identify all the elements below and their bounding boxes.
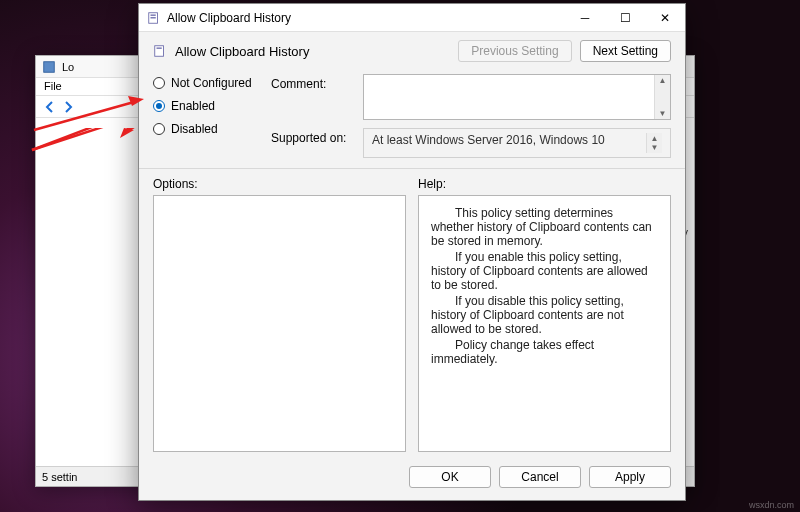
dialog-header-row: Allow Clipboard History Previous Setting…	[139, 32, 685, 70]
dialog-titlebar[interactable]: Allow Clipboard History ─ ☐ ✕	[139, 4, 685, 32]
help-label: Help:	[418, 177, 671, 191]
scroll-up-icon[interactable]: ▲	[651, 134, 659, 143]
status-text: 5 settin	[42, 471, 77, 483]
lower-section: Options: Help: This policy setting deter…	[139, 169, 685, 456]
help-p4: Policy change takes effect immediately.	[431, 338, 658, 366]
help-p2: If you enable this policy setting, histo…	[431, 250, 658, 292]
cancel-button[interactable]: Cancel	[499, 466, 581, 488]
comment-box: ▲▼	[363, 74, 671, 120]
scroll-down-icon[interactable]: ▼	[651, 143, 659, 152]
radio-enabled-label: Enabled	[171, 99, 215, 113]
svg-rect-10	[155, 46, 164, 57]
top-section: Not Configured Enabled Disabled Comment:…	[139, 70, 685, 169]
fields-column: Comment: ▲▼ Supported on: At least Windo…	[271, 74, 671, 158]
watermark: wsxdn.com	[749, 500, 794, 510]
radio-enabled[interactable]: Enabled	[153, 99, 255, 113]
radio-not-configured[interactable]: Not Configured	[153, 76, 255, 90]
policy-icon	[153, 44, 167, 58]
close-button[interactable]: ✕	[645, 4, 685, 31]
options-label: Options:	[153, 177, 406, 191]
supported-label: Supported on:	[271, 128, 351, 145]
ok-button[interactable]: OK	[409, 466, 491, 488]
svg-rect-11	[157, 48, 162, 49]
svg-rect-9	[151, 17, 156, 18]
radio-icon[interactable]	[153, 77, 165, 89]
state-column: Not Configured Enabled Disabled	[153, 74, 255, 158]
help-p3: If you disable this policy setting, hist…	[431, 294, 658, 336]
apply-button[interactable]: Apply	[589, 466, 671, 488]
options-panel	[153, 195, 406, 452]
maximize-button[interactable]: ☐	[605, 4, 645, 31]
radio-icon[interactable]	[153, 100, 165, 112]
gpedit-icon	[42, 60, 56, 74]
forward-icon[interactable]	[60, 99, 76, 115]
options-column: Options:	[153, 177, 406, 452]
supported-box: At least Windows Server 2016, Windows 10…	[363, 128, 671, 158]
svg-rect-6	[44, 61, 55, 72]
help-panel: This policy setting determines whether h…	[418, 195, 671, 452]
menu-file[interactable]: File	[44, 80, 62, 92]
minimize-button[interactable]: ─	[565, 4, 605, 31]
comment-row: Comment: ▲▼	[271, 74, 671, 120]
previous-setting-button: Previous Setting	[458, 40, 571, 62]
help-column: Help: This policy setting determines whe…	[418, 177, 671, 452]
scroll-down-icon[interactable]: ▼	[659, 109, 667, 118]
radio-disabled[interactable]: Disabled	[153, 122, 255, 136]
help-p1: This policy setting determines whether h…	[431, 206, 658, 248]
gpedit-title: Lo	[62, 61, 74, 73]
supported-value: At least Windows Server 2016, Windows 10	[372, 133, 646, 153]
dialog-header-title: Allow Clipboard History	[175, 44, 450, 59]
supported-row: Supported on: At least Windows Server 20…	[271, 128, 671, 158]
back-icon[interactable]	[42, 99, 58, 115]
dialog-button-row: OK Cancel Apply	[139, 456, 685, 500]
scrollbar[interactable]: ▲▼	[646, 133, 662, 153]
policy-dialog: Allow Clipboard History ─ ☐ ✕ Allow Clip…	[138, 3, 686, 501]
comment-input[interactable]	[364, 75, 654, 119]
next-setting-button[interactable]: Next Setting	[580, 40, 671, 62]
radio-disabled-label: Disabled	[171, 122, 218, 136]
radio-icon[interactable]	[153, 123, 165, 135]
scrollbar[interactable]: ▲▼	[654, 75, 670, 119]
svg-rect-8	[151, 14, 156, 15]
policy-icon	[147, 11, 161, 25]
scroll-up-icon[interactable]: ▲	[659, 76, 667, 85]
comment-label: Comment:	[271, 74, 351, 91]
radio-not-configured-label: Not Configured	[171, 76, 252, 90]
dialog-title: Allow Clipboard History	[167, 11, 565, 25]
